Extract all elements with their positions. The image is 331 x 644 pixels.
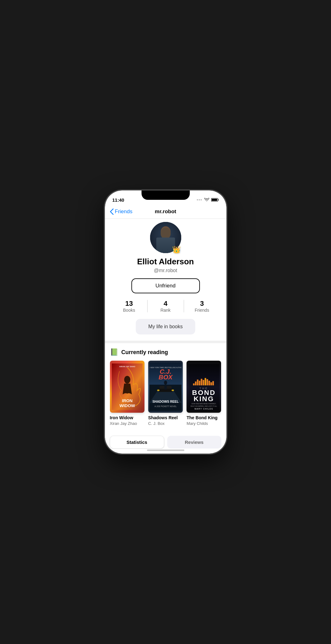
tab-buttons: Statistics Reviews	[110, 436, 221, 449]
svg-rect-30	[199, 381, 201, 386]
svg-text:WIDOW: WIDOW	[119, 404, 135, 408]
svg-text:BOX: BOX	[158, 374, 173, 381]
phone-screen: 11:40	[105, 190, 226, 454]
wifi-icon	[204, 198, 209, 202]
svg-rect-37	[212, 381, 214, 386]
friends-count: 3	[200, 300, 204, 308]
tab-statistics[interactable]: Statistics	[110, 436, 164, 449]
svg-point-18	[172, 390, 174, 391]
reading-section: 📗 Currently reading	[105, 343, 226, 431]
svg-text:BUILT AN EMPIRE, AND LOST IT A: BUILT AN EMPIRE, AND LOST IT ALL	[191, 406, 217, 407]
svg-text:HOW ONE MAN MADE A MARKET,: HOW ONE MAN MADE A MARKET,	[192, 403, 216, 405]
home-indicator	[147, 449, 184, 451]
svg-rect-20	[164, 385, 167, 389]
unfriend-button[interactable]: Unfriend	[131, 278, 200, 293]
books-open-icon: 📗	[110, 348, 118, 356]
svg-text:KING: KING	[194, 395, 214, 403]
section-divider	[105, 341, 226, 343]
svg-point-6	[161, 226, 171, 238]
signal-icon	[197, 198, 202, 202]
book-title-bond-king: The Bond King	[187, 415, 221, 421]
book-author-bond-king: Mary Childs	[187, 421, 221, 426]
notch	[141, 190, 190, 200]
chevron-left-icon	[110, 209, 114, 215]
section-header: 📗 Currently reading	[110, 348, 221, 356]
svg-point-9	[124, 376, 130, 384]
books-label: Books	[123, 308, 135, 313]
book-cover-bond-king: THE BOND KING HOW ONE MAN MADE A MARKET,…	[187, 361, 221, 413]
books-count: 13	[125, 300, 133, 308]
life-in-books-button[interactable]: My life in books	[136, 319, 195, 334]
svg-rect-27	[193, 383, 195, 385]
crown-badge: 👑	[172, 246, 181, 254]
svg-point-0	[197, 199, 198, 200]
book-cover-iron-widow: XIRAN JAY ZHAO IRON WIDOW	[110, 361, 144, 413]
friends-stat: 3 Friends	[184, 300, 220, 313]
tabs-section: Statistics Reviews 13 Books read 5,412 P…	[105, 431, 226, 449]
svg-rect-31	[201, 379, 202, 386]
book-cover-shadows-reel: #1 NEW YORK TIMES BESTSELLING AUTHOR C.J…	[148, 361, 183, 413]
avatar-container: 👑	[150, 222, 181, 253]
book-author-iron-widow: Xiran Jay Zhao	[110, 421, 144, 426]
rank-count: 4	[163, 300, 167, 308]
books-grid: XIRAN JAY ZHAO IRON WIDOW Iron Widow Xir…	[110, 361, 221, 431]
svg-rect-32	[203, 380, 204, 385]
rank-label: Rank	[160, 308, 171, 313]
books-stat: 13 Books	[111, 300, 147, 313]
nav-title: mr.robot	[155, 209, 176, 215]
rank-stat: 4 Rank	[148, 300, 184, 313]
svg-rect-33	[205, 378, 206, 386]
svg-point-17	[157, 390, 159, 391]
section-title: Currently reading	[121, 349, 168, 356]
nav-back-label: Friends	[115, 209, 133, 215]
svg-text:SHADOWS REEL: SHADOWS REEL	[152, 400, 178, 404]
book-title-shadows-reel: Shadows Reel	[148, 415, 183, 421]
status-time: 11:40	[112, 197, 124, 203]
book-item-bond-king[interactable]: THE BOND KING HOW ONE MAN MADE A MARKET,…	[187, 361, 221, 426]
svg-rect-7	[164, 236, 168, 239]
iron-widow-cover-art: XIRAN JAY ZHAO IRON WIDOW	[112, 363, 143, 411]
book-title-iron-widow: Iron Widow	[110, 415, 144, 421]
book-author-shadows-reel: C. J. Box	[148, 421, 183, 426]
nav-bar: Friends mr.robot	[105, 206, 226, 219]
svg-text:MARY CHILDS: MARY CHILDS	[195, 408, 213, 410]
profile-username: @mr.robot	[154, 268, 177, 273]
shadows-reel-cover-art: #1 NEW YORK TIMES BESTSELLING AUTHOR C.J…	[149, 363, 182, 411]
svg-rect-34	[206, 379, 208, 386]
svg-rect-28	[195, 382, 196, 385]
book-item-shadows-reel[interactable]: #1 NEW YORK TIMES BESTSELLING AUTHOR C.J…	[148, 361, 183, 426]
tab-reviews[interactable]: Reviews	[167, 436, 221, 449]
scroll-content: 👑 Elliot Alderson @mr.robot Unfriend 13 …	[105, 219, 226, 449]
battery-icon	[211, 198, 219, 202]
svg-point-1	[199, 199, 200, 200]
status-icons	[197, 198, 219, 202]
friends-label: Friends	[195, 308, 209, 313]
svg-text:IRON: IRON	[122, 399, 132, 403]
svg-rect-36	[210, 382, 212, 386]
svg-point-19	[164, 381, 167, 385]
phone-frame: 11:40	[105, 190, 226, 454]
profile-section: 👑 Elliot Alderson @mr.robot Unfriend 13 …	[105, 219, 226, 341]
profile-name: Elliot Alderson	[137, 257, 194, 267]
svg-rect-35	[209, 381, 210, 386]
svg-text:A JOE PICKETT NOVEL: A JOE PICKETT NOVEL	[154, 406, 177, 408]
svg-text:XIRAN JAY ZHAO: XIRAN JAY ZHAO	[119, 366, 135, 368]
bond-king-cover-art: THE BOND KING HOW ONE MAN MADE A MARKET,…	[188, 363, 219, 411]
svg-rect-4	[211, 199, 217, 201]
book-item-iron-widow[interactable]: XIRAN JAY ZHAO IRON WIDOW Iron Widow Xir…	[110, 361, 144, 426]
nav-back-button[interactable]: Friends	[110, 209, 133, 215]
svg-rect-29	[197, 380, 198, 386]
svg-point-2	[201, 199, 202, 200]
stats-row: 13 Books 4 Rank 3 Friends	[111, 300, 220, 313]
